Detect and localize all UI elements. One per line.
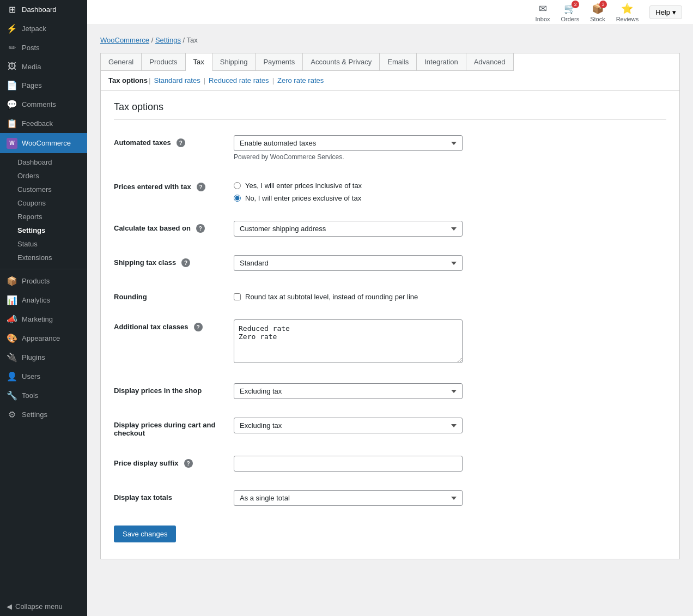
rounding-checkbox[interactable]: [234, 293, 241, 300]
prices-with-tax-yes-radio[interactable]: [234, 182, 241, 189]
sidebar-item-tools[interactable]: 🔧 Tools: [0, 386, 87, 405]
reviews-button[interactable]: ⭐ Reviews: [616, 3, 639, 22]
save-changes-button[interactable]: Save changes: [114, 526, 176, 542]
display-prices-cart-control: Excluding taxIncluding tax: [234, 418, 666, 433]
feedback-icon: 📋: [7, 118, 17, 129]
sidebar-item-pages[interactable]: 📄 Pages: [0, 76, 87, 95]
prices-with-tax-help-icon[interactable]: ?: [197, 183, 205, 191]
orders-badge: 2: [572, 1, 579, 8]
display-prices-cart-row: Display prices during cart and checkout …: [114, 413, 666, 442]
sidebar-item-marketing[interactable]: 📣 Marketing: [0, 310, 87, 329]
rounding-row: Rounding Round tax at subtotal level, in…: [114, 285, 666, 305]
display-prices-shop-select[interactable]: Excluding taxIncluding tax: [234, 383, 463, 399]
tab-accounts-privacy[interactable]: Accounts & Privacy: [303, 53, 380, 71]
products-icon: 📦: [7, 276, 17, 286]
additional-tax-classes-help-icon[interactable]: ?: [194, 323, 203, 331]
sidebar-item-appearance[interactable]: 🎨 Appearance: [0, 329, 87, 348]
sub-nav-active: Tax options: [108, 76, 148, 84]
display-prices-shop-row: Display prices in the shop Excluding tax…: [114, 379, 666, 403]
calculate-tax-help-icon[interactable]: ?: [196, 224, 205, 233]
sidebar: ⊞ Dashboard ⚡ Jetpack ✏ Posts 🖼 Media 📄 …: [0, 0, 87, 616]
marketing-icon: 📣: [7, 314, 17, 324]
sidebar-item-woo-customers[interactable]: Customers: [0, 183, 87, 196]
sidebar-item-comments[interactable]: 💬 Comments: [0, 95, 87, 114]
sidebar-item-products[interactable]: 📦 Products: [0, 271, 87, 291]
calculate-tax-row: Calculate tax based on ? Customer shippi…: [114, 216, 666, 241]
content-area: WooCommerce / Settings / Tax General Pro…: [87, 25, 693, 570]
price-display-suffix-input[interactable]: N/A: [234, 456, 463, 472]
tab-products[interactable]: Products: [142, 53, 185, 71]
orders-icon: 🛒 2: [564, 3, 576, 15]
tab-payments[interactable]: Payments: [256, 53, 303, 71]
automated-taxes-help-icon[interactable]: ?: [177, 138, 185, 147]
sidebar-item-media[interactable]: 🖼 Media: [0, 57, 87, 76]
main-content: ✉ Inbox 🛒 2 Orders 📦 3 Stock ⭐ Reviews H…: [87, 0, 693, 616]
additional-tax-classes-textarea[interactable]: Reduced rate Zero rate: [234, 319, 463, 363]
sub-nav-reduced-rates[interactable]: Reduced rate rates: [209, 76, 269, 84]
sidebar-item-settings[interactable]: ⚙ Settings: [0, 405, 87, 424]
shipping-tax-class-control: StandardReduced rateZero rate: [234, 255, 666, 271]
sidebar-item-woo-extensions[interactable]: Extensions: [0, 251, 87, 264]
sidebar-item-woo-settings[interactable]: Settings: [0, 224, 87, 237]
inbox-button[interactable]: ✉ Inbox: [536, 3, 550, 22]
shipping-tax-class-select[interactable]: StandardReduced rateZero rate: [234, 255, 463, 271]
prices-with-tax-label: Prices entered with tax ?: [114, 179, 234, 191]
sidebar-item-dashboard[interactable]: ⊞ Dashboard: [0, 0, 87, 19]
sidebar-item-users[interactable]: 👤 Users: [0, 367, 87, 386]
sidebar-item-woo-orders[interactable]: Orders: [0, 169, 87, 183]
tab-integration[interactable]: Integration: [417, 53, 466, 71]
sidebar-item-feedback[interactable]: 📋 Feedback: [0, 114, 87, 133]
tab-shipping[interactable]: Shipping: [212, 53, 256, 71]
orders-button[interactable]: 🛒 2 Orders: [561, 3, 580, 22]
automated-taxes-hint: Powered by WooCommerce Services.: [234, 153, 666, 161]
price-display-suffix-label: Price display suffix ?: [114, 456, 234, 468]
sidebar-item-woo-coupons[interactable]: Coupons: [0, 196, 87, 210]
sidebar-item-posts[interactable]: ✏ Posts: [0, 38, 87, 57]
display-prices-cart-label: Display prices during cart and checkout: [114, 418, 234, 437]
breadcrumb-settings[interactable]: Settings: [155, 36, 181, 44]
sub-nav-standard-rates[interactable]: Standard rates: [154, 76, 200, 84]
prices-with-tax-no-radio[interactable]: [234, 195, 241, 202]
display-prices-cart-select[interactable]: Excluding taxIncluding tax: [234, 418, 463, 433]
automated-taxes-select[interactable]: Enable automated taxesDisable automated …: [234, 135, 463, 151]
jetpack-icon: ⚡: [7, 23, 17, 34]
sidebar-item-plugins[interactable]: 🔌 Plugins: [0, 348, 87, 367]
additional-tax-classes-control: Reduced rate Zero rate: [234, 319, 666, 365]
prices-with-tax-yes[interactable]: Yes, I will enter prices inclusive of ta…: [234, 182, 666, 190]
shipping-tax-class-help-icon[interactable]: ?: [181, 258, 190, 267]
settings-tabs: General Products Tax Shipping Payments A…: [100, 53, 680, 71]
calculate-tax-control: Customer shipping addressCustomer billin…: [234, 221, 666, 237]
rounding-checkbox-label[interactable]: Round tax at subtotal level, instead of …: [234, 289, 666, 301]
prices-with-tax-radio-group: Yes, I will enter prices inclusive of ta…: [234, 179, 666, 202]
shipping-tax-class-label: Shipping tax class ?: [114, 255, 234, 267]
sub-nav-zero-rates[interactable]: Zero rate rates: [277, 76, 324, 84]
display-tax-totals-control: As a single totalItemized: [234, 490, 666, 506]
sidebar-item-jetpack[interactable]: ⚡ Jetpack: [0, 19, 87, 38]
sidebar-item-woo-dashboard[interactable]: Dashboard: [0, 155, 87, 169]
tab-tax[interactable]: Tax: [186, 53, 212, 71]
rounding-control: Round tax at subtotal level, instead of …: [234, 289, 666, 301]
sidebar-item-woocommerce[interactable]: W WooCommerce: [0, 133, 87, 153]
prices-with-tax-no[interactable]: No, I will enter prices exclusive of tax: [234, 194, 666, 202]
rounding-label: Rounding: [114, 289, 234, 301]
help-button[interactable]: Help ▾: [649, 5, 682, 19]
price-display-suffix-help-icon[interactable]: ?: [184, 459, 193, 468]
stock-button[interactable]: 📦 3 Stock: [590, 3, 605, 22]
tab-advanced[interactable]: Advanced: [466, 53, 514, 71]
sidebar-item-woo-reports[interactable]: Reports: [0, 210, 87, 224]
sidebar-item-analytics[interactable]: 📊 Analytics: [0, 291, 87, 310]
woocommerce-submenu: Dashboard Orders Customers Coupons Repor…: [0, 153, 87, 267]
tab-emails[interactable]: Emails: [380, 53, 417, 71]
tab-general[interactable]: General: [101, 53, 142, 71]
automated-taxes-row: Automated taxes ? Enable automated taxes…: [114, 131, 666, 165]
sidebar-item-woo-status[interactable]: Status: [0, 237, 87, 251]
prices-with-tax-row: Prices entered with tax ? Yes, I will en…: [114, 175, 666, 207]
breadcrumb-woocommerce[interactable]: WooCommerce: [100, 36, 149, 44]
collapse-menu-button[interactable]: ◀ Collapse menu: [0, 597, 87, 616]
calculate-tax-select[interactable]: Customer shipping addressCustomer billin…: [234, 221, 463, 237]
automated-taxes-control: Enable automated taxesDisable automated …: [234, 135, 666, 161]
reviews-icon: ⭐: [621, 3, 633, 15]
display-tax-totals-select[interactable]: As a single totalItemized: [234, 490, 463, 506]
appearance-icon: 🎨: [7, 333, 17, 343]
stock-badge: 3: [599, 1, 607, 8]
